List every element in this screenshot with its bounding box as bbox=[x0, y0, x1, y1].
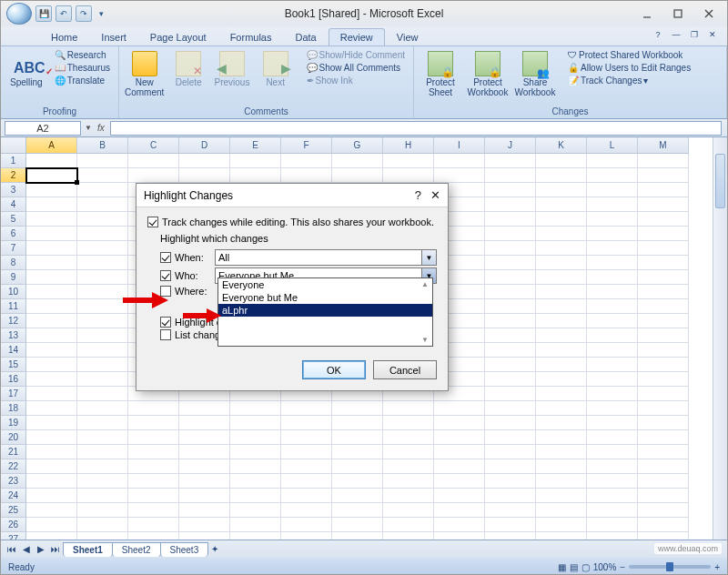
cell[interactable] bbox=[230, 416, 281, 430]
row-header[interactable]: 14 bbox=[1, 343, 26, 358]
sheet-tab-3[interactable]: Sheet3 bbox=[160, 542, 209, 557]
column-header[interactable]: L bbox=[587, 137, 638, 154]
column-header[interactable]: I bbox=[434, 137, 485, 154]
cell[interactable] bbox=[77, 328, 128, 343]
cell[interactable] bbox=[77, 168, 128, 183]
cell[interactable] bbox=[587, 503, 638, 518]
cell[interactable] bbox=[77, 401, 128, 416]
row-header[interactable]: 19 bbox=[1, 416, 26, 430]
view-page-layout-icon[interactable]: ▤ bbox=[570, 562, 578, 572]
cell[interactable] bbox=[281, 430, 332, 445]
cell[interactable] bbox=[638, 328, 689, 343]
cell[interactable] bbox=[77, 197, 128, 212]
highlight-on-screen-checkbox[interactable] bbox=[160, 317, 171, 328]
cell[interactable] bbox=[536, 241, 587, 256]
row-header[interactable]: 25 bbox=[1, 503, 26, 518]
research-button[interactable]: 🔍Research bbox=[52, 49, 113, 61]
namebox-dropdown-icon[interactable]: ▼ bbox=[85, 124, 92, 132]
protect-shared-workbook-button[interactable]: 🛡Protect Shared Workbook bbox=[565, 49, 693, 61]
column-header[interactable]: F bbox=[281, 137, 332, 154]
cell[interactable] bbox=[26, 197, 77, 212]
cell[interactable] bbox=[485, 532, 536, 540]
cell[interactable] bbox=[587, 518, 638, 532]
column-header[interactable]: G bbox=[332, 137, 383, 154]
cell[interactable] bbox=[281, 474, 332, 489]
cell[interactable] bbox=[587, 197, 638, 212]
cell[interactable] bbox=[230, 474, 281, 489]
cell[interactable] bbox=[638, 474, 689, 489]
cell[interactable] bbox=[383, 445, 434, 459]
cell[interactable] bbox=[638, 154, 689, 168]
dialog-titlebar[interactable]: Highlight Changes ? ✕ bbox=[136, 184, 448, 207]
cell[interactable] bbox=[128, 459, 179, 474]
tab-data[interactable]: Data bbox=[283, 28, 328, 45]
cell[interactable] bbox=[332, 503, 383, 518]
cell[interactable] bbox=[128, 474, 179, 489]
cell[interactable] bbox=[587, 445, 638, 459]
row-header[interactable]: 24 bbox=[1, 489, 26, 503]
cell[interactable] bbox=[587, 154, 638, 168]
thesaurus-button[interactable]: 📖Thesaurus bbox=[52, 62, 113, 74]
cell[interactable] bbox=[128, 416, 179, 430]
track-changes-button[interactable]: 📝Track Changes ▾ bbox=[565, 75, 693, 86]
cell[interactable] bbox=[587, 343, 638, 358]
cell[interactable] bbox=[332, 532, 383, 540]
share-workbook-button[interactable]: 👥 Share Workbook bbox=[514, 49, 556, 97]
cell[interactable] bbox=[485, 197, 536, 212]
cell[interactable] bbox=[485, 285, 536, 299]
cell[interactable] bbox=[26, 503, 77, 518]
row-header[interactable]: 21 bbox=[1, 445, 26, 459]
cell[interactable] bbox=[26, 372, 77, 387]
cell[interactable] bbox=[434, 401, 485, 416]
cell[interactable] bbox=[587, 270, 638, 285]
cell[interactable] bbox=[77, 285, 128, 299]
cell[interactable] bbox=[77, 227, 128, 241]
cell[interactable] bbox=[26, 489, 77, 503]
cell[interactable] bbox=[77, 445, 128, 459]
cell[interactable] bbox=[434, 459, 485, 474]
cell[interactable] bbox=[638, 197, 689, 212]
cell[interactable] bbox=[332, 518, 383, 532]
zoom-level[interactable]: 100% bbox=[593, 562, 617, 572]
close-button[interactable] bbox=[696, 5, 722, 22]
chevron-down-icon[interactable]: ▼ bbox=[421, 250, 436, 265]
sheet-tab-2[interactable]: Sheet2 bbox=[112, 542, 161, 557]
cell[interactable] bbox=[77, 212, 128, 227]
cell[interactable] bbox=[587, 212, 638, 227]
tab-page-layout[interactable]: Page Layout bbox=[138, 28, 218, 45]
cell[interactable] bbox=[587, 183, 638, 197]
cell[interactable] bbox=[536, 227, 587, 241]
cell[interactable] bbox=[638, 518, 689, 532]
cell[interactable] bbox=[383, 489, 434, 503]
cell[interactable] bbox=[77, 459, 128, 474]
vertical-scrollbar[interactable] bbox=[713, 137, 727, 540]
cell[interactable] bbox=[434, 518, 485, 532]
delete-comment-button[interactable]: ✕ Delete bbox=[169, 49, 207, 87]
cell[interactable] bbox=[230, 532, 281, 540]
cell[interactable] bbox=[383, 416, 434, 430]
cell[interactable] bbox=[638, 299, 689, 314]
cell[interactable] bbox=[536, 168, 587, 183]
cell[interactable] bbox=[485, 445, 536, 459]
cell[interactable] bbox=[26, 183, 77, 197]
cell[interactable] bbox=[77, 372, 128, 387]
cell[interactable] bbox=[332, 445, 383, 459]
cell[interactable] bbox=[485, 401, 536, 416]
cell[interactable] bbox=[77, 489, 128, 503]
cell[interactable] bbox=[536, 372, 587, 387]
cell[interactable] bbox=[26, 387, 77, 401]
cell[interactable] bbox=[587, 256, 638, 270]
show-hide-comment-button[interactable]: 💬Show/Hide Comment bbox=[304, 49, 408, 61]
cell[interactable] bbox=[434, 489, 485, 503]
qat-customize-icon[interactable]: ▾ bbox=[96, 5, 106, 22]
cell[interactable] bbox=[485, 372, 536, 387]
column-header[interactable]: E bbox=[230, 137, 281, 154]
view-page-break-icon[interactable]: ▢ bbox=[581, 562, 590, 572]
protect-sheet-button[interactable]: 🔒 Protect Sheet bbox=[420, 49, 461, 97]
cell[interactable] bbox=[485, 503, 536, 518]
allow-edit-ranges-button[interactable]: 🔓Allow Users to Edit Ranges bbox=[565, 62, 693, 74]
cell[interactable] bbox=[638, 503, 689, 518]
fx-icon[interactable]: fx bbox=[97, 123, 105, 133]
cell[interactable] bbox=[587, 416, 638, 430]
cell[interactable] bbox=[77, 532, 128, 540]
